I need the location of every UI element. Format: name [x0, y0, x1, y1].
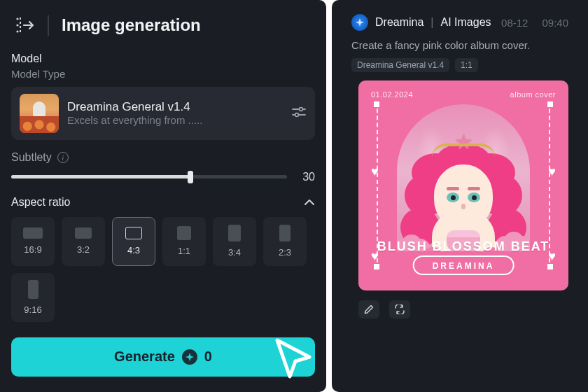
page-title: Image generation — [48, 15, 201, 36]
model-thumbnail — [20, 94, 59, 133]
aspect-ratio-label: 4:3 — [127, 245, 140, 255]
aspect-ratio-label: 9:16 — [24, 304, 41, 315]
credit-icon — [182, 349, 197, 365]
edit-button[interactable] — [358, 300, 379, 318]
generate-button[interactable]: Generate 0 — [11, 337, 315, 377]
decor-square — [547, 102, 553, 107]
slider-fill — [11, 175, 190, 178]
generated-image[interactable]: 01.02.2024 album cover ♥ ♥ ♥ ♥ ★ — [358, 80, 568, 290]
subtlety-label: Subtlety — [11, 151, 52, 164]
aspect-ratio-shape — [177, 226, 191, 240]
album-title: BLUSH BLOSSOM BEAT — [358, 239, 568, 254]
album-arch: ★ — [397, 104, 530, 251]
aspect-ratio-option[interactable]: 1:1 — [162, 217, 206, 266]
subtlety-row: Subtlety i — [11, 151, 315, 164]
settings-panel: Image generation Model Model Type Dreami… — [0, 0, 326, 392]
model-type-label: Model Type — [11, 68, 315, 80]
album-subtitle: DREAMINA — [433, 261, 495, 271]
album-sub-wrap: DREAMINA — [413, 255, 514, 275]
result-prompt: Create a fancy pink color album cover. — [351, 39, 568, 51]
result-header: Dreamina | AI Images 08-12 09:40 — [351, 14, 568, 31]
info-icon[interactable]: i — [57, 152, 69, 163]
result-section: AI Images — [441, 16, 491, 29]
subtlety-value: 30 — [297, 171, 315, 183]
result-panel: Dreamina | AI Images 08-12 09:40 Create … — [332, 0, 588, 392]
slider-thumb[interactable] — [188, 171, 193, 183]
aspect-ratio-shape — [28, 280, 38, 299]
album-top-row: 01.02.2024 album cover — [371, 90, 556, 99]
aspect-ratio-label: 3:2 — [77, 244, 90, 255]
result-chips: Dreamina General v1.4 1:1 — [351, 58, 568, 72]
separator: | — [430, 16, 433, 29]
model-selector[interactable]: Dreamina General v1.4 Excels at everythi… — [11, 87, 315, 140]
generate-label: Generate — [114, 349, 175, 365]
slider-track[interactable] — [11, 175, 287, 178]
aspect-ratio-shape — [75, 227, 92, 239]
chevron-up-icon[interactable] — [304, 196, 315, 209]
sparkle-icon — [351, 14, 368, 31]
svg-point-5 — [300, 107, 303, 111]
heart-icon: ♥ — [371, 164, 379, 179]
model-description: Excels at everything from ..... — [67, 114, 283, 126]
aspect-ratio-option[interactable]: 9:16 — [11, 273, 55, 322]
aspect-ratio-option[interactable]: 16:9 — [11, 217, 55, 266]
aspect-ratio-shape — [228, 225, 241, 241]
aspect-ratio-option[interactable]: 3:2 — [62, 217, 105, 266]
aspect-ratio-label: Aspect ratio — [11, 196, 70, 209]
album-date: 01.02.2024 — [371, 90, 413, 99]
svg-point-0 — [16, 18, 18, 20]
result-actions — [358, 300, 568, 318]
heart-icon: ♥ — [548, 164, 556, 179]
aspect-ratio-shape — [125, 227, 142, 239]
decor-square — [374, 102, 379, 107]
regenerate-button[interactable] — [389, 300, 410, 318]
aspect-ratio-label: 2:3 — [279, 247, 291, 258]
aspect-ratio-grid: 16:93:24:31:13:42:39:16 — [11, 217, 315, 322]
aspect-ratio-option[interactable]: 3:4 — [213, 217, 256, 266]
aspect-ratio-option[interactable]: 4:3 — [112, 217, 155, 266]
svg-point-2 — [16, 31, 18, 33]
svg-point-1 — [16, 24, 18, 27]
generate-credits: 0 — [204, 349, 212, 365]
chip-ratio: 1:1 — [455, 58, 478, 72]
decor-square — [374, 264, 379, 270]
expand-icon[interactable] — [15, 16, 35, 34]
aspect-ratio-label: 1:1 — [178, 246, 190, 256]
aspect-ratio-option[interactable]: 2:3 — [263, 217, 307, 266]
aspect-ratio-shape — [279, 225, 290, 241]
result-date: 08-12 — [501, 17, 528, 29]
decor-square — [547, 264, 553, 270]
model-name: Dreamina General v1.4 — [67, 100, 283, 114]
model-text: Dreamina General v1.4 Excels at everythi… — [67, 100, 283, 126]
aspect-ratio-header[interactable]: Aspect ratio — [11, 196, 315, 209]
aspect-ratio-shape — [23, 227, 43, 239]
panel-header: Image generation — [15, 15, 315, 36]
subtlety-slider[interactable]: 30 — [11, 171, 315, 183]
svg-point-7 — [295, 113, 299, 116]
aspect-ratio-label: 16:9 — [24, 244, 41, 255]
aspect-ratio-label: 3:4 — [228, 247, 241, 258]
sliders-icon[interactable] — [291, 106, 307, 121]
app-root: Image generation Model Model Type Dreami… — [0, 0, 588, 392]
album-tag: album cover — [510, 90, 556, 99]
result-app-name: Dreamina — [375, 16, 424, 29]
chip-model: Dreamina General v1.4 — [351, 58, 449, 72]
result-time: 09:40 — [542, 17, 568, 29]
model-section-label: Model — [11, 52, 315, 65]
